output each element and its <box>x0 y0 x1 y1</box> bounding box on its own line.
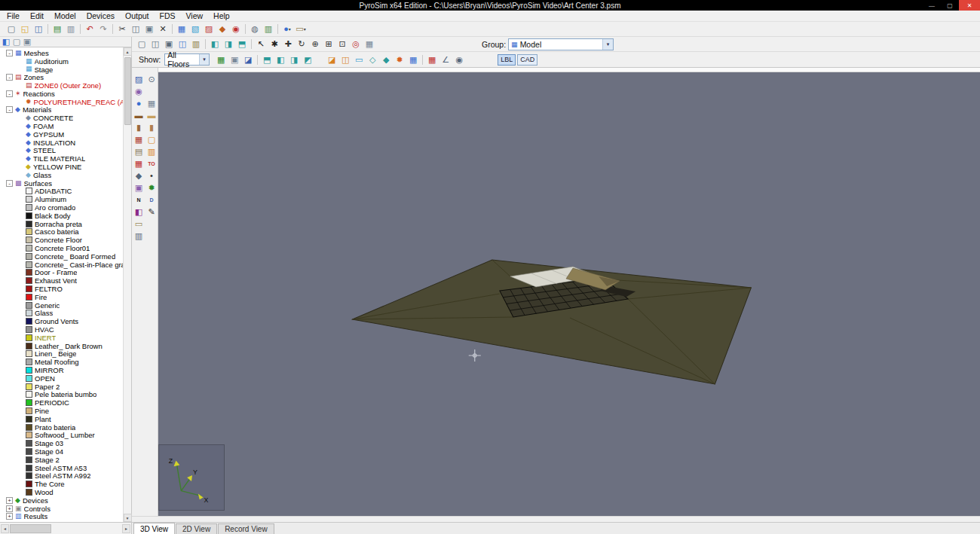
tree-node[interactable]: Metal Roofing <box>0 358 123 366</box>
record-animation-button[interactable]: ◉ <box>229 23 243 35</box>
tree-expander[interactable]: + <box>6 513 13 520</box>
tree-node[interactable]: ✹POLYURETHANE_REAC (Active) <box>0 98 123 106</box>
stats-tool-button[interactable]: ▥ <box>133 230 145 242</box>
new-view-button[interactable]: ▢ <box>135 38 149 50</box>
tree-node[interactable]: ▤ZONE0 (Outer Zone) <box>0 81 123 90</box>
tree-node[interactable]: Concrete Floor <box>0 236 123 244</box>
tree-expander[interactable]: + <box>6 505 13 512</box>
render-effects-button[interactable]: ✹ <box>393 53 406 66</box>
tree-node[interactable]: -✶Reactions <box>0 90 123 98</box>
tree-node[interactable]: Leather_ Dark Brown <box>0 342 123 350</box>
tree-node[interactable]: Pele bateria bumbo <box>0 390 123 398</box>
tab-3d-view[interactable]: 3D View <box>133 523 175 534</box>
tree-node[interactable]: -▦Meshes <box>0 49 123 57</box>
clip-x-button[interactable]: ◇ <box>366 53 379 66</box>
tree-node[interactable]: ADIABATIC <box>0 188 123 196</box>
obstruction-tool-button[interactable]: ▦ <box>133 134 145 145</box>
undo-button[interactable]: ↶ <box>83 23 96 35</box>
pin-panel-button[interactable]: ▣ <box>23 38 32 46</box>
tree-node[interactable]: ▦Auditorium <box>0 57 123 66</box>
cut-button[interactable]: ✂ <box>115 23 129 35</box>
tree-expander[interactable]: - <box>6 74 13 81</box>
tree-node[interactable]: Stage 03 <box>0 439 123 447</box>
tree-node[interactable]: -◆Materials <box>0 106 123 114</box>
object-grid-button[interactable]: ▦ <box>425 53 439 66</box>
menu-output[interactable]: Output <box>120 11 155 20</box>
tree-node[interactable]: Door - Frame <box>0 269 123 277</box>
sketch-layer-button[interactable]: ◪ <box>241 53 255 66</box>
delete-button[interactable]: ✕ <box>156 23 170 35</box>
tree-node[interactable]: Paper 2 <box>0 383 123 391</box>
camera-tool-button[interactable]: ◉ <box>452 53 466 66</box>
top-view-button[interactable]: ⬒ <box>260 53 274 66</box>
tree-node[interactable]: Aro cromado <box>0 203 123 212</box>
chevron-down-icon[interactable]: ▾ <box>602 39 613 50</box>
rotate-target-button[interactable]: ◎ <box>349 38 363 50</box>
tree-horizontal-scrollbar[interactable]: ◄ ► <box>0 523 132 534</box>
block-tool-button[interactable]: ▮ <box>145 122 158 133</box>
group-dropdown[interactable]: ▦ Model ▾ <box>508 38 614 50</box>
tree-node[interactable]: Borracha preta <box>0 220 123 228</box>
tree-node[interactable]: Concrete_ Cast-in-Place gray <box>0 261 123 269</box>
zoom-window-tool-button[interactable]: ⊞ <box>322 38 335 50</box>
tree-node[interactable]: OPEN <box>0 374 123 383</box>
menu-file[interactable]: File <box>2 11 25 20</box>
select-connected-button[interactable]: ✱ <box>268 38 281 50</box>
letter-n-tool-button[interactable]: N <box>133 194 145 206</box>
menu-edit[interactable]: Edit <box>25 11 49 20</box>
slab-tool-button[interactable]: ▬ <box>133 110 145 121</box>
front-view-button[interactable]: ◧ <box>274 53 287 66</box>
room-tool-button[interactable]: ▣ <box>133 182 145 194</box>
isosurface-tool-button[interactable]: ⊙ <box>145 74 158 85</box>
new-file-button[interactable]: ▢ <box>5 23 18 35</box>
paint-tool-button[interactable]: ◧ <box>133 206 145 218</box>
tree-node[interactable]: Exhaust Vent <box>0 276 123 285</box>
tree-node[interactable]: Pine <box>0 407 123 415</box>
tree-node[interactable]: INERT <box>0 334 123 342</box>
tree-node[interactable]: Plant <box>0 415 123 423</box>
tree-node[interactable]: ◆TILE MATERIAL <box>0 154 123 163</box>
tree-node[interactable]: -▩Surfaces <box>0 179 123 188</box>
tree-node[interactable]: ◆STEEL <box>0 147 123 155</box>
tree-node[interactable]: Casco bateria <box>0 228 123 236</box>
tree-node[interactable]: Steel ASTM A992 <box>0 471 123 480</box>
stack-tool-button[interactable]: ▤ <box>133 146 145 157</box>
tree-node[interactable]: Linen_ Beige <box>0 349 123 358</box>
reaction-burst-tool-button[interactable]: ✹ <box>145 182 158 194</box>
sphere-obstruction-tool-button[interactable]: ● <box>133 98 145 109</box>
particle-tool-button[interactable]: ◉ <box>133 86 145 97</box>
tree-node[interactable]: ▦Stage <box>0 66 123 74</box>
tab-2d-view[interactable]: 2D View <box>176 523 217 534</box>
device-tool-button[interactable]: ◆ <box>133 170 145 182</box>
tree-node[interactable]: Concrete Floor01 <box>0 244 123 252</box>
tree-node[interactable]: MIRROR <box>0 366 123 374</box>
lbl-toggle-button[interactable]: LBL <box>498 54 516 66</box>
tree-node[interactable]: +▥Results <box>0 512 123 520</box>
tree-node[interactable]: Steel ASTM A53 <box>0 464 123 472</box>
tree-node[interactable]: HVAC <box>0 325 123 334</box>
menu-devices[interactable]: Devices <box>81 11 120 20</box>
tree-node[interactable]: Stage 04 <box>0 447 123 456</box>
ruler-tool-button[interactable]: ▭ <box>133 218 145 230</box>
close-button[interactable]: ✕ <box>959 0 980 11</box>
tree-node[interactable]: Fire <box>0 293 123 301</box>
viewport-3d[interactable]: Z Y X <box>158 68 980 516</box>
snapshot-button[interactable]: ◍ <box>248 23 262 35</box>
mesh-boundary-button[interactable]: ▧ <box>188 23 202 35</box>
background-grid-button[interactable]: ▣ <box>228 53 241 66</box>
chevron-down-icon[interactable]: ▾ <box>199 54 209 65</box>
run-fds-button[interactable]: ▨ <box>202 23 216 35</box>
grid-view-button[interactable]: ▦ <box>363 38 376 50</box>
select-tool-button[interactable]: ↖ <box>254 38 268 50</box>
floor-slab-tool-button[interactable]: ▬ <box>145 110 158 121</box>
save-file-button[interactable]: ◫ <box>32 23 45 35</box>
paste-view-button[interactable]: ▣ <box>162 38 176 50</box>
orientation-gizmo[interactable]: Z Y X <box>158 444 225 511</box>
snap-grid-button[interactable]: ▦ <box>406 53 420 66</box>
unit-system-button[interactable]: ●▾ <box>280 23 294 35</box>
tree-node[interactable]: Prato bateria <box>0 423 123 432</box>
tab-record-view[interactable]: Record View <box>218 523 274 534</box>
hole-tool-button[interactable]: ▢ <box>145 134 158 145</box>
tree-node[interactable]: -▤Zones <box>0 73 123 81</box>
show-openings-button[interactable]: ◪ <box>325 53 338 66</box>
